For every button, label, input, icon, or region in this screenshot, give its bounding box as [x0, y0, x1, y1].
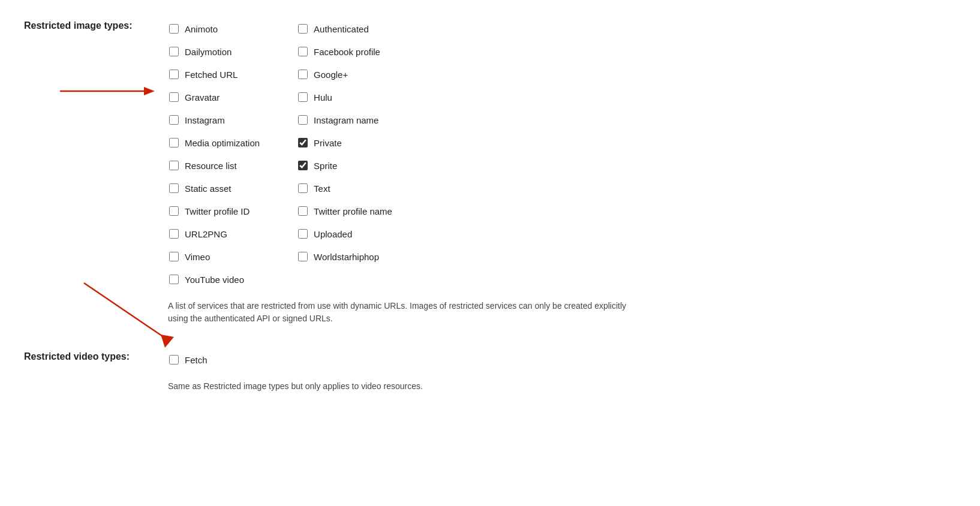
label-youtube-video[interactable]: YouTube video: [185, 275, 244, 285]
fetch-arrow: [72, 277, 180, 351]
checkbox-item-youtube-video: YouTube video: [168, 269, 261, 290]
checkbox-item-static-asset: Static asset: [168, 177, 261, 199]
label-instagram-name[interactable]: Instagram name: [314, 115, 378, 125]
checkbox-private[interactable]: [298, 138, 308, 147]
checkbox-item-dailymotion: Dailymotion: [168, 41, 261, 62]
restricted-video-types-description: Same as Restricted image types but only …: [168, 380, 423, 393]
label-url2png[interactable]: URL2PNG: [185, 229, 227, 239]
checkbox-item-url2png: URL2PNG: [168, 223, 261, 245]
video-column: Fetch: [168, 349, 423, 371]
checkbox-worldstarhiphop[interactable]: [298, 252, 308, 261]
label-static-asset[interactable]: Static asset: [185, 183, 232, 194]
label-video-fetch[interactable]: Fetch: [185, 355, 208, 365]
checkbox-item-animoto: Animoto: [168, 18, 261, 40]
label-dailymotion[interactable]: Dailymotion: [185, 47, 232, 57]
checkbox-resource-list[interactable]: [169, 161, 179, 170]
label-gravatar[interactable]: Gravatar: [185, 92, 220, 103]
checkbox-instagram-name[interactable]: [298, 115, 308, 125]
checkbox-item-authenticated: Authenticated: [297, 18, 393, 40]
checkbox-item-instagram: Instagram: [168, 109, 261, 131]
label-instagram[interactable]: Instagram: [185, 115, 225, 125]
checkbox-static-asset[interactable]: [169, 183, 179, 193]
checkbox-item-resource-list: Resource list: [168, 155, 261, 176]
checkbox-fetched-url[interactable]: [169, 70, 179, 79]
checkbox-url2png[interactable]: [169, 229, 179, 239]
checkbox-item-facebook-profile: Facebook profile: [297, 41, 393, 62]
checkbox-item-text: Text: [297, 177, 393, 199]
checkbox-authenticated[interactable]: [298, 24, 308, 34]
checkbox-media-optimization[interactable]: [169, 138, 179, 147]
label-twitter-profile-name[interactable]: Twitter profile name: [314, 206, 392, 216]
label-resource-list[interactable]: Resource list: [185, 161, 237, 171]
svg-marker-1: [144, 87, 155, 95]
checkbox-item-instagram-name: Instagram name: [297, 109, 393, 131]
label-vimeo[interactable]: Vimeo: [185, 252, 210, 262]
restricted-image-types-wrapper: AnimotoDailymotionFetched URLGravatarIns…: [168, 18, 636, 325]
checkbox-video-fetch[interactable]: [169, 355, 179, 365]
label-twitter-profile-id[interactable]: Twitter profile ID: [185, 206, 249, 216]
label-media-optimization[interactable]: Media optimization: [185, 138, 260, 148]
checkbox-item-twitter-profile-id: Twitter profile ID: [168, 200, 261, 222]
restricted-video-types-section: Restricted video types: Fetch Same as Re…: [24, 349, 956, 393]
label-google-plus[interactable]: Google+: [314, 70, 348, 80]
checkbox-item-sprite: Sprite: [297, 155, 393, 176]
right-column: AuthenticatedFacebook profileGoogle+Hulu…: [297, 18, 393, 290]
restricted-video-types-label: Restricted video types:: [24, 349, 168, 362]
label-authenticated[interactable]: Authenticated: [314, 24, 369, 34]
checkbox-item-uploaded: Uploaded: [297, 223, 393, 245]
fetched-url-arrow: [60, 83, 156, 100]
checkbox-dailymotion[interactable]: [169, 47, 179, 56]
checkbox-facebook-profile[interactable]: [298, 47, 308, 56]
label-private[interactable]: Private: [314, 138, 342, 148]
checkboxes-area: AnimotoDailymotionFetched URLGravatarIns…: [168, 18, 636, 290]
checkbox-twitter-profile-id[interactable]: [169, 206, 179, 216]
label-worldstarhiphop[interactable]: Worldstarhiphop: [314, 252, 379, 262]
label-fetched-url[interactable]: Fetched URL: [185, 70, 238, 80]
label-sprite[interactable]: Sprite: [314, 161, 337, 171]
checkbox-item-video-fetch: Fetch: [168, 349, 423, 371]
label-uploaded[interactable]: Uploaded: [314, 229, 352, 239]
checkbox-animoto[interactable]: [169, 24, 179, 34]
checkbox-twitter-profile-name[interactable]: [298, 206, 308, 216]
checkbox-hulu[interactable]: [298, 92, 308, 102]
checkbox-item-worldstarhiphop: Worldstarhiphop: [297, 246, 393, 267]
svg-line-2: [84, 283, 168, 340]
svg-marker-3: [161, 335, 174, 348]
checkbox-item-gravatar: Gravatar: [168, 86, 261, 108]
label-animoto[interactable]: Animoto: [185, 24, 218, 34]
checkbox-gravatar[interactable]: [169, 92, 179, 102]
checkbox-item-vimeo: Vimeo: [168, 246, 261, 267]
checkbox-item-media-optimization: Media optimization: [168, 132, 261, 153]
checkbox-item-hulu: Hulu: [297, 86, 393, 108]
label-facebook-profile[interactable]: Facebook profile: [314, 47, 380, 57]
restricted-image-types-label: Restricted image types:: [24, 18, 168, 31]
checkbox-item-fetched-url: Fetched URL: [168, 64, 261, 85]
restricted-image-types-description: A list of services that are restricted f…: [168, 300, 636, 325]
checkbox-text[interactable]: [298, 183, 308, 193]
checkbox-item-google-plus: Google+: [297, 64, 393, 85]
checkbox-google-plus[interactable]: [298, 70, 308, 79]
restricted-video-types-wrapper: Fetch Same as Restricted image types but…: [168, 349, 423, 393]
label-text[interactable]: Text: [314, 183, 330, 194]
checkbox-sprite[interactable]: [298, 161, 308, 170]
checkbox-instagram[interactable]: [169, 115, 179, 125]
left-column: AnimotoDailymotionFetched URLGravatarIns…: [168, 18, 261, 290]
checkbox-uploaded[interactable]: [298, 229, 308, 239]
label-hulu[interactable]: Hulu: [314, 92, 332, 103]
checkbox-item-twitter-profile-name: Twitter profile name: [297, 200, 393, 222]
checkbox-item-private: Private: [297, 132, 393, 153]
checkbox-vimeo[interactable]: [169, 252, 179, 261]
